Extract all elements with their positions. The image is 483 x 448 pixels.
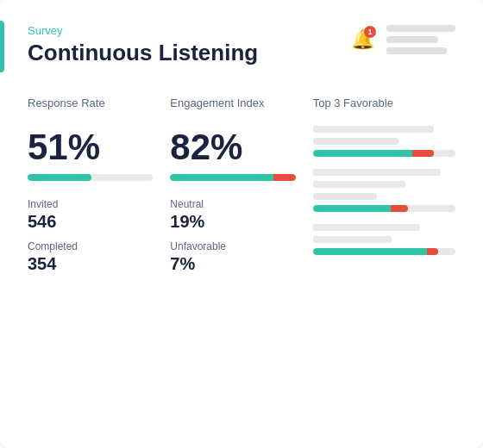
unfavorable-value: 7% bbox=[170, 254, 295, 274]
engagement-index-bar bbox=[170, 174, 295, 181]
engagement-index-bar-fill bbox=[170, 174, 295, 181]
ph-text-bar bbox=[313, 236, 392, 243]
header-line-2 bbox=[386, 36, 438, 43]
header-right: 🔔 1 bbox=[347, 24, 455, 55]
survey-label: Survey bbox=[28, 24, 258, 37]
favorable-bar-3-fill bbox=[313, 248, 438, 255]
favorable-group-1 bbox=[313, 126, 455, 157]
survey-card: Survey Continuous Listening 🔔 1 Response… bbox=[0, 0, 483, 448]
header: Survey Continuous Listening 🔔 1 bbox=[28, 24, 455, 65]
header-line-1 bbox=[386, 25, 455, 32]
engagement-index-value: 82% bbox=[170, 129, 295, 165]
response-rate-label: Response Rate bbox=[28, 96, 153, 126]
ph-text-bar bbox=[313, 138, 398, 145]
response-rate-value: 51% bbox=[28, 129, 153, 165]
ph-text-bar bbox=[313, 126, 435, 133]
top-favorable-label: Top 3 Favorable bbox=[313, 96, 455, 126]
ph-text-bar bbox=[313, 181, 405, 188]
notification-bell[interactable]: 🔔 1 bbox=[347, 24, 378, 55]
completed-stat: Completed 354 bbox=[28, 240, 153, 274]
response-rate-bar bbox=[28, 174, 153, 181]
neutral-value: 19% bbox=[170, 212, 295, 232]
engagement-index-col: Engagement Index 82% Neutral 19% Unfavor… bbox=[170, 96, 312, 283]
neutral-stat: Neutral 19% bbox=[170, 198, 295, 232]
content-grid: Response Rate 51% Invited 546 Completed … bbox=[28, 96, 455, 283]
favorable-group-1-bars bbox=[313, 126, 455, 145]
favorable-bar-1 bbox=[313, 150, 455, 157]
favorable-bar-3 bbox=[313, 248, 455, 255]
header-left: Survey Continuous Listening bbox=[28, 24, 258, 65]
top-favorable-col: Top 3 Favorable bbox=[313, 96, 455, 283]
completed-label: Completed bbox=[28, 240, 153, 252]
accent-bar bbox=[0, 21, 4, 72]
favorable-bar-1-fill bbox=[313, 150, 435, 157]
response-rate-bar-fill bbox=[28, 174, 91, 181]
completed-value: 354 bbox=[28, 254, 153, 274]
invited-stat: Invited 546 bbox=[28, 198, 153, 232]
notification-badge: 1 bbox=[364, 26, 376, 38]
ph-text-bar bbox=[313, 193, 377, 200]
response-rate-col: Response Rate 51% Invited 546 Completed … bbox=[28, 96, 170, 283]
invited-label: Invited bbox=[28, 198, 153, 210]
favorable-bar-2 bbox=[313, 205, 455, 212]
favorable-group-3-bars bbox=[313, 224, 455, 243]
header-line-3 bbox=[386, 47, 447, 54]
header-placeholder-lines bbox=[386, 25, 455, 54]
ph-text-bar bbox=[313, 224, 420, 231]
favorable-group-3 bbox=[313, 224, 455, 255]
favorable-group-2 bbox=[313, 169, 455, 212]
favorable-bar-2-fill bbox=[313, 205, 409, 212]
ph-text-bar bbox=[313, 169, 442, 176]
unfavorable-label: Unfavorable bbox=[170, 240, 295, 252]
engagement-index-label: Engagement Index bbox=[170, 96, 295, 126]
favorable-group-2-bars bbox=[313, 169, 455, 200]
unfavorable-stat: Unfavorable 7% bbox=[170, 240, 295, 274]
neutral-label: Neutral bbox=[170, 198, 295, 210]
page-title: Continuous Listening bbox=[28, 40, 258, 65]
invited-value: 546 bbox=[28, 212, 153, 232]
